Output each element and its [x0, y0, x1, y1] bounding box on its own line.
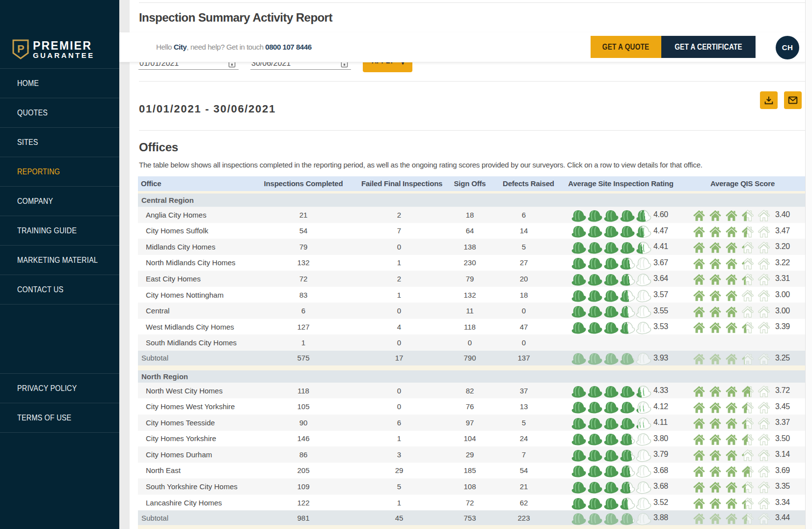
svg-text:GUARANTEE: GUARANTEE	[33, 51, 95, 59]
svg-text:P: P	[17, 43, 25, 55]
svg-text:PREMIER: PREMIER	[33, 39, 92, 52]
